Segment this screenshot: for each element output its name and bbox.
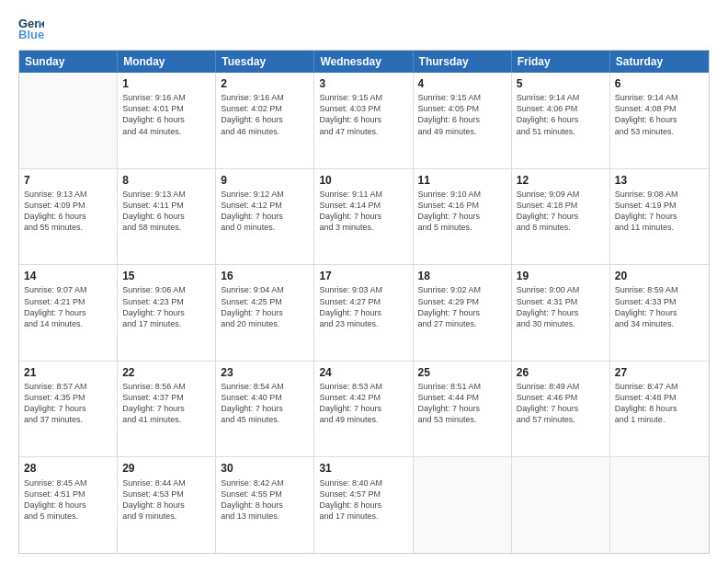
day-number: 29 <box>122 461 210 476</box>
header: General Blue <box>18 15 710 40</box>
day-info: Sunrise: 9:10 AMSunset: 4:16 PMDaylight:… <box>418 189 506 234</box>
calendar-day: 12Sunrise: 9:09 AMSunset: 4:18 PMDayligh… <box>512 169 610 265</box>
day-info: Sunrise: 9:16 AMSunset: 4:02 PMDaylight:… <box>221 92 309 137</box>
calendar-day: 18Sunrise: 9:02 AMSunset: 4:29 PMDayligh… <box>414 265 512 361</box>
calendar-day: 24Sunrise: 8:53 AMSunset: 4:42 PMDayligh… <box>314 362 413 457</box>
calendar-day: 14Sunrise: 9:07 AMSunset: 4:21 PMDayligh… <box>19 265 118 361</box>
calendar-day: 5Sunrise: 9:14 AMSunset: 4:06 PMDaylight… <box>512 73 610 168</box>
day-info: Sunrise: 9:03 AMSunset: 4:27 PMDaylight:… <box>319 284 407 329</box>
calendar-week: 14Sunrise: 9:07 AMSunset: 4:21 PMDayligh… <box>19 265 709 362</box>
day-info: Sunrise: 9:07 AMSunset: 4:21 PMDaylight:… <box>24 284 112 329</box>
day-number: 16 <box>221 269 309 283</box>
calendar-day <box>512 457 610 553</box>
calendar-body: 1Sunrise: 9:16 AMSunset: 4:01 PMDaylight… <box>19 73 709 553</box>
day-info: Sunrise: 8:53 AMSunset: 4:42 PMDaylight:… <box>319 381 407 426</box>
day-info: Sunrise: 8:51 AMSunset: 4:44 PMDaylight:… <box>418 381 506 426</box>
calendar-day: 9Sunrise: 9:12 AMSunset: 4:12 PMDaylight… <box>216 169 314 265</box>
weekday-header: Saturday <box>610 51 709 73</box>
day-number: 3 <box>319 76 407 91</box>
calendar-day: 20Sunrise: 8:59 AMSunset: 4:33 PMDayligh… <box>610 265 709 361</box>
calendar-day: 28Sunrise: 8:45 AMSunset: 4:51 PMDayligh… <box>19 457 118 553</box>
day-info: Sunrise: 8:45 AMSunset: 4:51 PMDaylight:… <box>24 477 112 523</box>
day-info: Sunrise: 9:14 AMSunset: 4:08 PMDaylight:… <box>615 92 704 137</box>
day-info: Sunrise: 9:02 AMSunset: 4:29 PMDaylight:… <box>418 284 506 329</box>
calendar: SundayMondayTuesdayWednesdayThursdayFrid… <box>18 50 710 554</box>
day-number: 28 <box>24 461 112 476</box>
calendar-day: 10Sunrise: 9:11 AMSunset: 4:14 PMDayligh… <box>314 169 413 265</box>
calendar-header: SundayMondayTuesdayWednesdayThursdayFrid… <box>19 51 709 73</box>
day-info: Sunrise: 9:14 AMSunset: 4:06 PMDaylight:… <box>517 92 605 137</box>
calendar-day: 26Sunrise: 8:49 AMSunset: 4:46 PMDayligh… <box>512 362 610 457</box>
day-number: 21 <box>24 365 112 380</box>
day-info: Sunrise: 8:40 AMSunset: 4:57 PMDaylight:… <box>319 477 407 523</box>
day-info: Sunrise: 8:57 AMSunset: 4:35 PMDaylight:… <box>24 381 112 426</box>
calendar-day: 6Sunrise: 9:14 AMSunset: 4:08 PMDaylight… <box>610 73 709 168</box>
day-info: Sunrise: 9:04 AMSunset: 4:25 PMDaylight:… <box>221 284 309 329</box>
weekday-header: Sunday <box>19 51 118 73</box>
calendar-day: 13Sunrise: 9:08 AMSunset: 4:19 PMDayligh… <box>610 169 709 265</box>
weekday-header: Monday <box>118 51 216 73</box>
day-info: Sunrise: 9:15 AMSunset: 4:03 PMDaylight:… <box>319 92 407 137</box>
day-number: 11 <box>418 173 506 188</box>
weekday-header: Thursday <box>414 51 512 73</box>
day-number: 27 <box>615 365 704 380</box>
calendar-day: 15Sunrise: 9:06 AMSunset: 4:23 PMDayligh… <box>118 265 216 361</box>
day-info: Sunrise: 9:12 AMSunset: 4:12 PMDaylight:… <box>221 189 309 234</box>
calendar-day: 22Sunrise: 8:56 AMSunset: 4:37 PMDayligh… <box>118 362 216 457</box>
calendar-day: 3Sunrise: 9:15 AMSunset: 4:03 PMDaylight… <box>314 73 413 168</box>
calendar-day: 17Sunrise: 9:03 AMSunset: 4:27 PMDayligh… <box>314 265 413 361</box>
day-number: 9 <box>221 173 309 188</box>
day-info: Sunrise: 8:44 AMSunset: 4:53 PMDaylight:… <box>122 477 210 523</box>
day-number: 31 <box>319 461 407 476</box>
day-number: 17 <box>319 269 407 283</box>
day-number: 10 <box>319 173 407 188</box>
page: General Blue SundayMondayTuesdayWednesda… <box>0 0 728 563</box>
day-info: Sunrise: 9:00 AMSunset: 4:31 PMDaylight:… <box>517 284 605 329</box>
calendar-day: 25Sunrise: 8:51 AMSunset: 4:44 PMDayligh… <box>414 362 512 457</box>
calendar-day: 27Sunrise: 8:47 AMSunset: 4:48 PMDayligh… <box>610 362 709 457</box>
calendar-day <box>414 457 512 553</box>
day-info: Sunrise: 9:13 AMSunset: 4:11 PMDaylight:… <box>122 189 210 234</box>
calendar-day: 2Sunrise: 9:16 AMSunset: 4:02 PMDaylight… <box>216 73 314 168</box>
calendar-week: 21Sunrise: 8:57 AMSunset: 4:35 PMDayligh… <box>19 362 709 458</box>
day-info: Sunrise: 8:49 AMSunset: 4:46 PMDaylight:… <box>517 381 605 426</box>
day-info: Sunrise: 8:56 AMSunset: 4:37 PMDaylight:… <box>122 381 210 426</box>
day-info: Sunrise: 8:42 AMSunset: 4:55 PMDaylight:… <box>221 477 309 523</box>
weekday-header: Wednesday <box>314 51 413 73</box>
calendar-day: 4Sunrise: 9:15 AMSunset: 4:05 PMDaylight… <box>414 73 512 168</box>
day-info: Sunrise: 9:11 AMSunset: 4:14 PMDaylight:… <box>319 189 407 234</box>
svg-text:Blue: Blue <box>18 28 44 40</box>
calendar-day: 11Sunrise: 9:10 AMSunset: 4:16 PMDayligh… <box>414 169 512 265</box>
day-info: Sunrise: 8:54 AMSunset: 4:40 PMDaylight:… <box>221 381 309 426</box>
calendar-day: 31Sunrise: 8:40 AMSunset: 4:57 PMDayligh… <box>314 457 413 553</box>
weekday-header: Friday <box>512 51 610 73</box>
day-number: 4 <box>418 76 506 91</box>
logo: General Blue <box>18 15 48 40</box>
calendar-day: 16Sunrise: 9:04 AMSunset: 4:25 PMDayligh… <box>216 265 314 361</box>
day-number: 25 <box>418 365 506 380</box>
day-info: Sunrise: 9:15 AMSunset: 4:05 PMDaylight:… <box>418 92 506 137</box>
calendar-day: 29Sunrise: 8:44 AMSunset: 4:53 PMDayligh… <box>118 457 216 553</box>
day-number: 2 <box>221 76 309 91</box>
day-number: 8 <box>122 173 210 188</box>
day-number: 6 <box>615 76 704 91</box>
day-info: Sunrise: 8:47 AMSunset: 4:48 PMDaylight:… <box>615 381 704 426</box>
calendar-week: 1Sunrise: 9:16 AMSunset: 4:01 PMDaylight… <box>19 73 709 169</box>
calendar-day <box>610 457 709 553</box>
calendar-week: 28Sunrise: 8:45 AMSunset: 4:51 PMDayligh… <box>19 457 709 553</box>
day-info: Sunrise: 9:08 AMSunset: 4:19 PMDaylight:… <box>615 189 704 234</box>
day-number: 15 <box>122 269 210 283</box>
day-number: 12 <box>517 173 605 188</box>
calendar-day: 7Sunrise: 9:13 AMSunset: 4:09 PMDaylight… <box>19 169 118 265</box>
logo-icon: General Blue <box>18 15 44 40</box>
day-info: Sunrise: 9:06 AMSunset: 4:23 PMDaylight:… <box>122 284 210 329</box>
day-number: 20 <box>615 269 704 283</box>
day-number: 22 <box>122 365 210 380</box>
day-number: 7 <box>24 173 112 188</box>
calendar-day: 1Sunrise: 9:16 AMSunset: 4:01 PMDaylight… <box>118 73 216 168</box>
day-number: 5 <box>517 76 605 91</box>
calendar-day <box>19 73 118 168</box>
day-number: 19 <box>517 269 605 283</box>
weekday-header: Tuesday <box>216 51 314 73</box>
day-number: 14 <box>24 269 112 283</box>
